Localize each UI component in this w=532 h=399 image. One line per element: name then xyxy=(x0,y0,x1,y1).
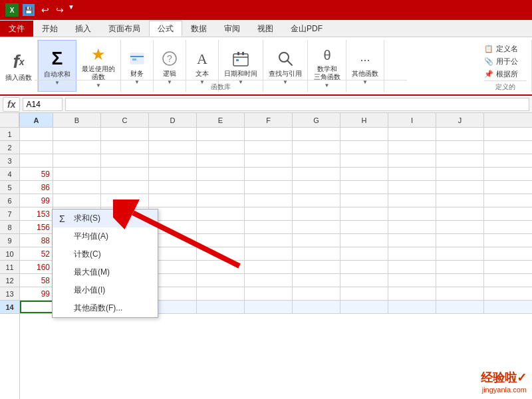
cell-a3[interactable] xyxy=(20,154,53,167)
tab-layout[interactable]: 页面布局 xyxy=(100,21,149,37)
cell-i11[interactable] xyxy=(388,261,436,273)
cell-f1[interactable] xyxy=(245,128,293,140)
cell-a2[interactable] xyxy=(20,141,53,154)
cell-f5[interactable] xyxy=(245,181,293,194)
cell-e12[interactable] xyxy=(197,274,245,287)
cell-e2[interactable] xyxy=(197,141,245,154)
cell-e14[interactable] xyxy=(197,301,245,313)
cell-c3[interactable] xyxy=(101,154,149,167)
cell-a4[interactable]: 59 xyxy=(20,168,53,180)
cell-i13[interactable] xyxy=(388,287,436,300)
cell-f6[interactable] xyxy=(245,194,293,207)
cell-j3[interactable] xyxy=(436,154,484,167)
cell-e1[interactable] xyxy=(197,128,245,140)
cell-e9[interactable] xyxy=(197,234,245,247)
cell-b6[interactable] xyxy=(53,194,101,207)
undo-button[interactable]: ↩ xyxy=(39,3,52,17)
cell-e10[interactable] xyxy=(197,247,245,260)
cell-g1[interactable] xyxy=(293,128,340,140)
cell-f3[interactable] xyxy=(245,154,293,167)
cell-c4[interactable] xyxy=(101,168,149,180)
cell-g4[interactable] xyxy=(293,168,340,180)
cell-j12[interactable] xyxy=(436,274,484,287)
cell-j5[interactable] xyxy=(436,181,484,194)
cell-d2[interactable] xyxy=(149,141,197,154)
cell-f13[interactable] xyxy=(245,287,293,300)
cell-j10[interactable] xyxy=(436,247,484,260)
cell-f4[interactable] xyxy=(245,168,293,180)
cell-b2[interactable] xyxy=(53,141,101,154)
cell-i5[interactable] xyxy=(388,181,436,194)
cell-j6[interactable] xyxy=(436,194,484,207)
cell-g14[interactable] xyxy=(293,301,340,313)
cell-d4[interactable] xyxy=(149,168,197,180)
cell-h13[interactable] xyxy=(340,287,388,300)
cell-f9[interactable] xyxy=(245,234,293,247)
cell-a1[interactable] xyxy=(20,128,53,140)
cell-a8[interactable]: 156 xyxy=(20,221,53,233)
cell-j8[interactable] xyxy=(436,221,484,233)
formula-input[interactable] xyxy=(65,98,529,111)
cell-h10[interactable] xyxy=(340,247,388,260)
cell-i9[interactable] xyxy=(388,234,436,247)
cell-i4[interactable] xyxy=(388,168,436,180)
cell-i7[interactable] xyxy=(388,207,436,220)
create-from-btn[interactable]: 📌 根据所 xyxy=(484,68,526,80)
cell-h7[interactable] xyxy=(340,207,388,220)
tab-formula[interactable]: 公式 xyxy=(149,21,182,37)
cell-e6[interactable] xyxy=(197,194,245,207)
cell-i8[interactable] xyxy=(388,221,436,233)
cell-h11[interactable] xyxy=(340,261,388,273)
cell-g3[interactable] xyxy=(293,154,340,167)
cell-b4[interactable] xyxy=(53,168,101,180)
cell-f8[interactable] xyxy=(245,221,293,233)
cell-f12[interactable] xyxy=(245,274,293,287)
cell-i12[interactable] xyxy=(388,274,436,287)
cell-f7[interactable] xyxy=(245,207,293,220)
cell-i6[interactable] xyxy=(388,194,436,207)
cell-i3[interactable] xyxy=(388,154,436,167)
cell-j9[interactable] xyxy=(436,234,484,247)
cell-h2[interactable] xyxy=(340,141,388,154)
dropdown-item-min[interactable]: 最小值(I) xyxy=(53,281,158,299)
cell-g10[interactable] xyxy=(293,247,340,260)
cell-e8[interactable] xyxy=(197,221,245,233)
cell-e7[interactable] xyxy=(197,207,245,220)
tab-file[interactable]: 文件 xyxy=(0,21,33,37)
undo-redo-dropdown[interactable]: ▼ xyxy=(68,3,74,17)
cell-j2[interactable] xyxy=(436,141,484,154)
cell-b1[interactable] xyxy=(53,128,101,140)
cell-a9[interactable]: 88 xyxy=(20,234,53,247)
cell-e5[interactable] xyxy=(197,181,245,194)
cell-j4[interactable] xyxy=(436,168,484,180)
dropdown-item-max[interactable]: 最大值(M) xyxy=(53,263,158,281)
use-in-formula-btn[interactable]: 📎 用于公 xyxy=(484,55,526,68)
cell-h3[interactable] xyxy=(340,154,388,167)
tab-pdf[interactable]: 金山PDF xyxy=(282,21,331,37)
cell-d5[interactable] xyxy=(149,181,197,194)
cell-a11[interactable]: 160 xyxy=(20,261,53,273)
cell-g11[interactable] xyxy=(293,261,340,273)
dropdown-item-other[interactable]: 其他函数(F)... xyxy=(53,299,158,317)
cell-c1[interactable] xyxy=(101,128,149,140)
redo-button[interactable]: ↪ xyxy=(53,3,66,17)
cell-g13[interactable] xyxy=(293,287,340,300)
cell-g7[interactable] xyxy=(293,207,340,220)
cell-a7[interactable]: 153 xyxy=(20,207,53,220)
cell-e4[interactable] xyxy=(197,168,245,180)
tab-home[interactable]: 开始 xyxy=(33,21,66,37)
cell-g2[interactable] xyxy=(293,141,340,154)
cell-reference-box[interactable]: A14 xyxy=(23,98,63,111)
cell-g5[interactable] xyxy=(293,181,340,194)
cell-h8[interactable] xyxy=(340,221,388,233)
cell-c6[interactable] xyxy=(101,194,149,207)
dropdown-item-count[interactable]: 计数(C) xyxy=(53,245,158,263)
cell-a6[interactable]: 99 xyxy=(20,194,53,207)
cell-b3[interactable] xyxy=(53,154,101,167)
tab-data[interactable]: 数据 xyxy=(182,21,215,37)
cell-a5[interactable]: 86 xyxy=(20,181,53,194)
cell-f11[interactable] xyxy=(245,261,293,273)
cell-f10[interactable] xyxy=(245,247,293,260)
cell-d6[interactable] xyxy=(149,194,197,207)
tab-review[interactable]: 审阅 xyxy=(215,21,249,37)
